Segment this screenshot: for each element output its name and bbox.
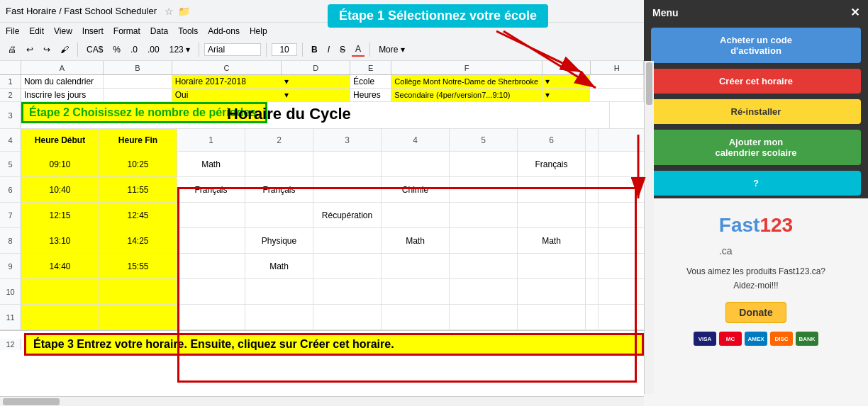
cell-p1[interactable] <box>177 305 245 329</box>
cell-b1[interactable] <box>104 75 172 88</box>
cell-g1[interactable]: ▾ <box>542 75 591 88</box>
scrollbar-horizontal[interactable] <box>0 396 644 406</box>
cell-p5[interactable] <box>450 203 518 227</box>
print-btn[interactable]: 🖨 <box>4 43 20 56</box>
donate-button[interactable]: Donate <box>725 302 786 323</box>
menu-view[interactable]: View <box>54 26 72 36</box>
col-header-h[interactable]: H <box>591 61 644 74</box>
cell-p4[interactable] <box>382 305 450 329</box>
btn-help[interactable]: ? <box>651 171 861 196</box>
cell-p5[interactable] <box>450 279 518 304</box>
cell-end[interactable]: 10:25 <box>99 152 177 176</box>
btn-activation[interactable]: Acheter un coded'activation <box>651 28 861 63</box>
cell-p1[interactable]: Math <box>177 152 245 176</box>
cell-p4[interactable]: Math <box>382 228 450 253</box>
close-icon[interactable]: ✕ <box>850 6 859 19</box>
cell-d2[interactable]: ▾ <box>282 89 350 101</box>
cell-f2[interactable]: Secondaire (4per/version7...9:10) <box>391 89 542 101</box>
col-header-g[interactable]: G <box>542 61 591 74</box>
cell-p2[interactable] <box>245 279 313 304</box>
menu-format[interactable]: Format <box>113 26 140 36</box>
btn-creer[interactable]: Créer cet horaire <box>651 69 861 94</box>
paint-btn[interactable]: 🖌 <box>57 43 72 56</box>
undo-btn[interactable]: ↩ <box>23 43 37 56</box>
cell-p2[interactable]: Français <box>245 177 313 202</box>
scrollbar-thumb[interactable] <box>646 62 652 105</box>
cell-p1[interactable] <box>177 228 245 253</box>
cell-end[interactable]: 14:25 <box>99 228 177 253</box>
menu-help[interactable]: Help <box>250 26 267 36</box>
cell-h1[interactable] <box>590 75 644 88</box>
cell-p2[interactable] <box>245 203 313 227</box>
btn-reinstall[interactable]: Ré-installer <box>651 99 861 124</box>
cell-p4[interactable] <box>382 279 450 304</box>
cell-end[interactable]: 11:55 <box>99 177 177 202</box>
cell-p6[interactable]: Français <box>518 152 586 176</box>
menu-insert[interactable]: Insert <box>82 26 104 36</box>
cell-p1[interactable] <box>177 279 245 304</box>
col-header-c[interactable]: C <box>172 61 282 74</box>
cell-p1[interactable]: Français <box>177 177 245 202</box>
scrollbar-h-thumb[interactable] <box>3 398 60 405</box>
menu-file[interactable]: File <box>6 26 19 36</box>
cell-c1[interactable]: Horaire 2017-2018 <box>172 75 282 88</box>
cell-p2[interactable]: Physique <box>245 228 313 253</box>
cell-p5[interactable] <box>450 177 518 202</box>
cell-p6[interactable] <box>518 177 586 202</box>
cell-e2[interactable]: Heures <box>350 89 391 101</box>
cell-end[interactable]: 15:55 <box>99 254 177 278</box>
strike-btn[interactable]: S <box>336 43 349 56</box>
cell-start[interactable]: 10:40 <box>21 177 99 202</box>
cell-p4[interactable] <box>382 254 450 278</box>
cell-p3[interactable] <box>313 305 382 329</box>
cell-b2[interactable] <box>104 89 172 101</box>
cell-p5[interactable] <box>450 152 518 176</box>
col-header-a[interactable]: A <box>21 61 104 74</box>
cell-d1[interactable]: ▾ <box>282 75 350 88</box>
cell-start[interactable]: 09:10 <box>21 152 99 176</box>
currency-btn[interactable]: CA$ <box>83 43 106 56</box>
cell-p6[interactable] <box>518 279 586 304</box>
col-header-d[interactable]: D <box>282 61 350 74</box>
more-btn[interactable]: More ▾ <box>375 43 408 56</box>
cell-end[interactable] <box>99 279 177 304</box>
cell-p6[interactable]: Math <box>518 228 586 253</box>
col-header-b[interactable]: B <box>104 61 172 74</box>
cell-c2[interactable]: Oui <box>172 89 282 101</box>
cell-p3[interactable]: Récupération <box>313 203 382 227</box>
cell-p6[interactable] <box>518 254 586 278</box>
percent-btn[interactable]: % <box>109 43 124 56</box>
col-header-e[interactable]: E <box>350 61 391 74</box>
dec-less-btn[interactable]: .00 <box>144 43 163 56</box>
cell-start[interactable]: 13:10 <box>21 228 99 253</box>
col-header-f[interactable]: F <box>391 61 542 74</box>
cell-p1[interactable] <box>177 203 245 227</box>
cell-p6[interactable] <box>518 305 586 329</box>
menu-data[interactable]: Data <box>150 26 168 36</box>
cell-p4[interactable]: Chimie <box>382 177 450 202</box>
cell-g2[interactable]: ▾ <box>542 89 591 101</box>
dec-more-btn[interactable]: .0 <box>127 43 141 56</box>
cell-p4[interactable] <box>382 203 450 227</box>
cell-p1[interactable] <box>177 254 245 278</box>
cell-e1[interactable]: École <box>350 75 391 88</box>
bold-btn[interactable]: B <box>308 43 321 56</box>
menu-addons[interactable]: Add-ons <box>208 26 240 36</box>
cell-h2[interactable] <box>590 89 644 101</box>
cell-start[interactable] <box>21 305 99 329</box>
scrollbar-vertical[interactable] <box>644 61 654 394</box>
btn-calendrier[interactable]: Ajouter moncalendrier scolaire <box>651 130 861 165</box>
cell-start[interactable]: 12:15 <box>21 203 99 227</box>
format-num-btn[interactable]: 123 ▾ <box>166 43 194 56</box>
cell-p6[interactable] <box>518 203 586 227</box>
cell-p2[interactable] <box>245 305 313 329</box>
cell-p2[interactable] <box>245 152 313 176</box>
menu-edit[interactable]: Edit <box>29 26 44 36</box>
cell-p3[interactable] <box>313 228 382 253</box>
cell-start[interactable] <box>21 279 99 304</box>
underline-btn[interactable]: A <box>352 43 365 57</box>
cell-p5[interactable] <box>450 305 518 329</box>
cell-end[interactable]: 12:45 <box>99 203 177 227</box>
font-size-input[interactable] <box>272 43 297 56</box>
redo-btn[interactable]: ↪ <box>40 43 54 56</box>
